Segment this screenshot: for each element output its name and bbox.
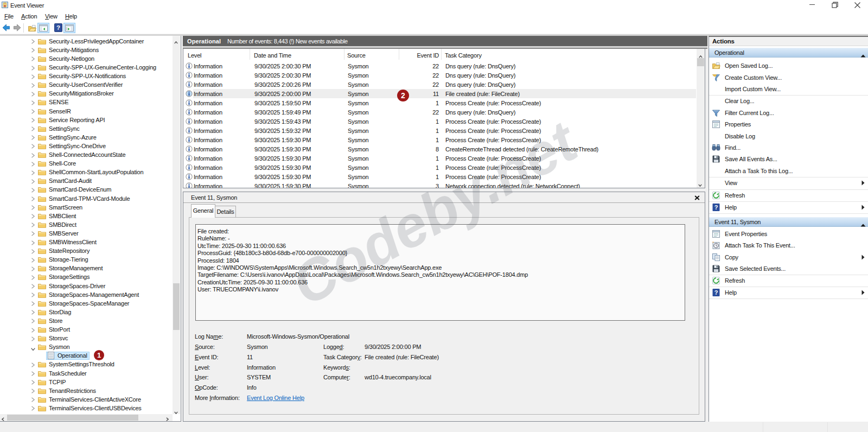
svg-text:?: ?	[714, 289, 718, 296]
svg-text:?: ?	[714, 204, 718, 211]
svg-text:?: ?	[56, 24, 60, 31]
